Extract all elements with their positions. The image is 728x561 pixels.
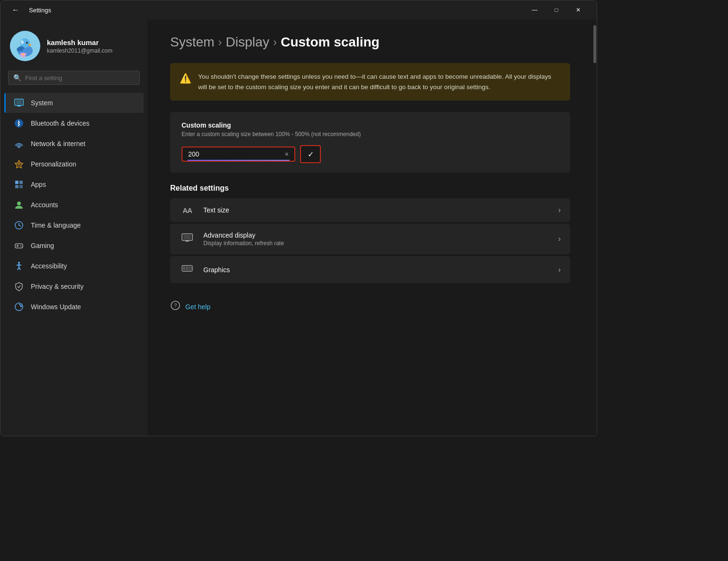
windows-update-icon	[14, 302, 24, 312]
back-button[interactable]: ←	[8, 4, 23, 16]
sidebar: kamlesh kumar kamlesh2011@gmail.com 🔍	[0, 19, 147, 436]
breadcrumb-sep-1: ›	[218, 36, 222, 49]
sidebar-item-accessibility[interactable]: Accessibility	[4, 256, 144, 276]
sidebar-item-time-label: Time & language	[31, 221, 81, 229]
user-info: kamlesh kumar kamlesh2011@gmail.com	[47, 38, 112, 54]
input-underline	[187, 160, 290, 161]
svg-text:ᛒ: ᛒ	[17, 120, 21, 127]
svg-point-7	[27, 42, 27, 43]
related-item-text-size[interactable]: AA Text size ›	[170, 198, 570, 222]
scrollbar-thumb[interactable]	[593, 25, 596, 63]
svg-rect-32	[15, 244, 23, 248]
network-icon	[14, 138, 24, 149]
svg-point-21	[18, 147, 20, 148]
related-settings-title: Related settings	[170, 184, 570, 193]
sidebar-item-personalization[interactable]: Personalization	[4, 154, 144, 174]
get-help-link[interactable]: Get help	[185, 303, 210, 311]
warning-box: ⚠️ You shouldn't change these settings u…	[170, 63, 570, 101]
svg-rect-16	[16, 100, 22, 104]
search-box: 🔍	[8, 71, 140, 85]
scaling-input[interactable]: 200	[188, 150, 277, 158]
bluetooth-icon: ᛒ	[14, 118, 24, 129]
privacy-icon	[14, 281, 24, 292]
sidebar-item-privacy[interactable]: Privacy & security	[4, 276, 144, 296]
related-advanced-display-text: Advanced display Display information, re…	[203, 231, 550, 247]
custom-scaling-section: Custom scaling Enter a custom scaling si…	[170, 112, 570, 173]
breadcrumb-current: Custom scaling	[281, 35, 379, 50]
sidebar-nav: System ᛒ Bluetooth & devices	[0, 92, 147, 317]
accounts-icon	[14, 200, 24, 210]
advanced-display-name: Advanced display	[203, 231, 550, 239]
apps-icon	[14, 179, 24, 190]
related-text-size-text: Text size	[203, 206, 550, 214]
user-email: kamlesh2011@gmail.com	[47, 47, 112, 54]
sidebar-item-privacy-label: Privacy & security	[31, 283, 83, 290]
search-icon: 🔍	[13, 74, 21, 82]
breadcrumb-system[interactable]: System	[170, 35, 214, 50]
svg-rect-45	[183, 235, 191, 239]
svg-rect-24	[19, 181, 23, 184]
sidebar-item-bluetooth-label: Bluetooth & devices	[31, 120, 90, 127]
sidebar-item-time[interactable]: Time & language	[4, 215, 144, 235]
advanced-display-arrow: ›	[558, 235, 561, 243]
svg-point-36	[21, 246, 22, 247]
sidebar-item-accessibility-label: Accessibility	[31, 262, 67, 270]
sidebar-item-windows-update-label: Windows Update	[31, 303, 81, 311]
sidebar-item-apps[interactable]: Apps	[4, 175, 144, 194]
svg-rect-26	[19, 185, 23, 188]
svg-rect-18	[18, 105, 20, 106]
custom-scaling-subtitle: Enter a custom scaling size between 100%…	[182, 131, 559, 138]
scaling-input-wrapper: 200 ×	[182, 147, 295, 162]
help-icon: ?	[170, 300, 181, 313]
personalization-icon	[14, 159, 24, 169]
close-button[interactable]: ✕	[567, 2, 589, 18]
confirm-button[interactable]: ✓	[300, 145, 321, 163]
svg-point-14	[23, 55, 26, 57]
maximize-button[interactable]: □	[546, 2, 567, 18]
sidebar-item-accounts[interactable]: Accounts	[4, 195, 144, 215]
svg-point-31	[18, 225, 19, 226]
content-area: System › Display › Custom scaling ⚠️ You…	[147, 19, 593, 436]
svg-rect-50	[186, 267, 188, 270]
breadcrumb-sep-2: ›	[273, 36, 277, 49]
sidebar-item-network[interactable]: Network & internet	[4, 134, 144, 154]
graphics-icon	[180, 264, 195, 276]
text-size-icon: AA	[180, 206, 195, 214]
search-input[interactable]	[25, 74, 135, 82]
sidebar-item-network-label: Network & internet	[31, 140, 85, 147]
sidebar-item-system[interactable]: System	[4, 93, 144, 113]
sidebar-item-bluetooth[interactable]: ᛒ Bluetooth & devices	[4, 113, 144, 133]
scrollbar-track	[593, 19, 597, 436]
svg-point-6	[26, 42, 28, 44]
titlebar-controls: — □ ✕	[524, 2, 589, 18]
svg-point-37	[18, 262, 20, 264]
clear-button[interactable]: ×	[283, 149, 291, 159]
svg-text:?: ?	[174, 303, 177, 308]
graphics-name: Graphics	[203, 266, 550, 274]
related-item-graphics[interactable]: Graphics ›	[170, 256, 570, 283]
accessibility-icon	[14, 261, 24, 271]
minimize-button[interactable]: —	[524, 2, 546, 18]
svg-line-41	[19, 267, 20, 270]
text-size-name: Text size	[203, 206, 550, 214]
text-size-arrow: ›	[558, 206, 561, 214]
search-container: 🔍	[0, 71, 147, 92]
related-item-advanced-display[interactable]: Advanced display Display information, re…	[170, 224, 570, 254]
breadcrumb: System › Display › Custom scaling	[170, 35, 570, 50]
svg-rect-51	[189, 267, 190, 270]
svg-rect-23	[15, 181, 18, 184]
svg-point-4	[21, 40, 24, 44]
svg-point-22	[18, 163, 20, 166]
sidebar-item-accounts-label: Accounts	[31, 201, 58, 209]
get-help-row: ? Get help	[170, 296, 570, 317]
svg-point-27	[17, 202, 21, 205]
breadcrumb-display[interactable]: Display	[226, 35, 269, 50]
system-icon	[14, 98, 24, 108]
titlebar: ← Settings — □ ✕	[0, 0, 597, 19]
time-icon	[14, 220, 24, 230]
sidebar-item-windows-update[interactable]: Windows Update	[4, 297, 144, 317]
scaling-input-row: 200 × ✓	[182, 145, 559, 163]
user-profile[interactable]: kamlesh kumar kamlesh2011@gmail.com	[0, 19, 147, 71]
sidebar-item-gaming[interactable]: Gaming	[4, 236, 144, 256]
sidebar-item-system-label: System	[31, 99, 53, 107]
